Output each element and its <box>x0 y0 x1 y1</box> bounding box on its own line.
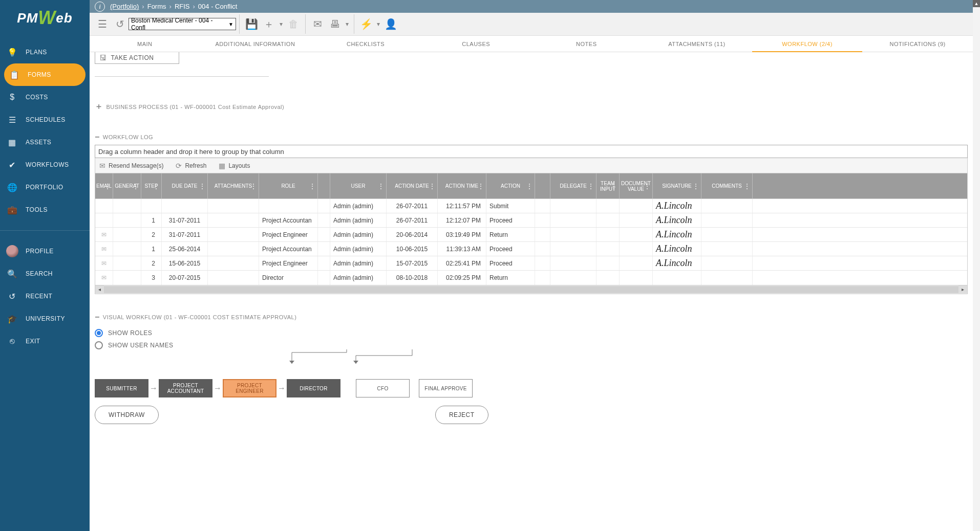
breadcrumb-rfis[interactable]: RFIS <box>175 3 190 10</box>
wf-submitter[interactable]: SUBMITTER <box>95 379 148 397</box>
sidebar: PMWeb 💡PLANS📋FORMS$COSTS☰SCHEDULES▦ASSET… <box>0 0 90 531</box>
page-scrollbar[interactable] <box>973 0 980 531</box>
visual-workflow-header[interactable]: −VISUAL WORKFLOW (01 - WF-C00001 COST ES… <box>95 313 968 322</box>
breadcrumb-root[interactable]: (Portfolio) <box>110 3 139 10</box>
table-row[interactable]: ✉215-06-2015Project EngineerAdmin (admin… <box>95 256 967 271</box>
bolt-icon[interactable]: ⚡ <box>357 15 375 33</box>
take-action-button[interactable]: 🖫 TAKE ACTION <box>95 52 179 64</box>
col-email[interactable]: EMAIL⋮ <box>95 173 113 198</box>
resend-messages-button[interactable]: ✉Resend Message(s) <box>99 162 163 170</box>
record-tabs: MAINADDITIONAL INFORMATIONCHECKLISTSCLAU… <box>90 36 973 52</box>
sidebar-item-university[interactable]: 🎓UNIVERSITY <box>0 307 90 330</box>
workflow-log-header[interactable]: −WORKFLOW LOG <box>95 132 968 142</box>
sidebar-item-profile[interactable]: PROFILE <box>0 240 90 262</box>
add-icon[interactable]: ＋ <box>260 15 278 33</box>
col-team-input[interactable]: TEAM INPUT⋮ <box>596 173 620 198</box>
reject-button[interactable]: REJECT <box>435 406 488 424</box>
table-row[interactable]: ✉320-07-2015DirectorAdmin (admin)08-10-2… <box>95 271 967 285</box>
scroll-up-icon[interactable]: ▲ <box>973 0 980 7</box>
wf-final-approve[interactable]: FINAL APPROVE <box>419 379 473 397</box>
sidebar-item-forms[interactable]: 📋FORMS <box>4 63 86 86</box>
plans-icon: 💡 <box>6 46 18 58</box>
col-attachments[interactable]: ATTACHMENTS⋮ <box>208 173 259 198</box>
col-action[interactable]: ACTION⋮ <box>486 173 535 198</box>
save-small-icon: 🖫 <box>99 54 107 62</box>
scroll-right-icon[interactable]: ▸ <box>958 285 967 293</box>
workflow-diagram: SUBMITTER → PROJECT ACCOUNTANT → PROJECT… <box>95 379 968 397</box>
refresh-button[interactable]: ⟳Refresh <box>176 162 206 170</box>
tab-attachments-11-[interactable]: ATTACHMENTS (11) <box>642 36 752 52</box>
sidebar-item-tools[interactable]: 💼TOOLS <box>0 198 90 221</box>
col-generated[interactable]: GENERAT⋮ <box>113 173 141 198</box>
list-icon[interactable]: ☰ <box>94 15 111 33</box>
wf-project-accountant[interactable]: PROJECT ACCOUNTANT <box>159 379 212 397</box>
nav-secondary: PROFILE🔍SEARCH↺RECENT🎓UNIVERSITY⎋EXIT <box>0 235 90 358</box>
schedules-icon: ☰ <box>6 114 18 126</box>
sidebar-item-portfolio[interactable]: 🌐PORTFOLIO <box>0 176 90 198</box>
sidebar-item-exit[interactable]: ⎋EXIT <box>0 330 90 352</box>
workflows-icon: ✔ <box>6 159 18 171</box>
toolbar: ☰ ↺ Boston Medical Center - 004 - Confl▼… <box>90 13 973 36</box>
sidebar-item-search[interactable]: 🔍SEARCH <box>0 262 90 285</box>
info-icon[interactable]: i <box>95 2 105 12</box>
tab-clauses[interactable]: CLAUSES <box>421 36 531 52</box>
email-icon[interactable]: ✉ <box>309 15 326 33</box>
col-action-date[interactable]: ACTION DATE⋮ <box>387 173 438 198</box>
col-action-time[interactable]: ACTION TIME⋮ <box>438 173 486 198</box>
col-comments[interactable]: COMMENTS⋮ <box>701 173 753 198</box>
add-dropdown-icon[interactable]: ▾ <box>278 15 285 33</box>
col-role[interactable]: ROLE⋮ <box>259 173 318 198</box>
sidebar-item-assets[interactable]: ▦ASSETS <box>0 131 90 153</box>
history-icon[interactable]: ↺ <box>111 15 129 33</box>
business-process-header[interactable]: ＋BUSINESS PROCESS (01 - WF-000001 Cost E… <box>95 101 968 112</box>
print-dropdown-icon[interactable]: ▾ <box>344 15 351 33</box>
tab-checklists[interactable]: CHECKLISTS <box>310 36 421 52</box>
breadcrumb-bar: i (Portfolio) › Forms › RFIS › 004 - Con… <box>90 0 973 13</box>
group-by-bar[interactable]: Drag a column header and drop it here to… <box>95 145 968 158</box>
grid-toolbar: ✉Resend Message(s) ⟳Refresh ▦Layouts <box>95 158 968 173</box>
save-icon[interactable]: 💾 <box>243 15 260 33</box>
wf-project-engineer[interactable]: PROJECT ENGINEER <box>223 379 276 397</box>
sidebar-item-recent[interactable]: ↺RECENT <box>0 285 90 307</box>
tab-additional-information[interactable]: ADDITIONAL INFORMATION <box>200 36 311 52</box>
print-icon[interactable]: 🖶 <box>326 15 344 33</box>
col-step[interactable]: STEP⋮ <box>141 173 162 198</box>
bolt-dropdown-icon[interactable]: ▾ <box>375 15 382 33</box>
col-user[interactable]: USER⋮ <box>330 173 387 198</box>
radio-show-users[interactable]: SHOW USER NAMES <box>95 341 968 349</box>
project-selector[interactable]: Boston Medical Center - 004 - Confl▼ <box>129 18 236 30</box>
col-signature[interactable]: SIGNATURE⋮ <box>653 173 701 198</box>
layouts-button[interactable]: ▦Layouts <box>219 162 250 170</box>
sidebar-item-schedules[interactable]: ☰SCHEDULES <box>0 108 90 131</box>
withdraw-button[interactable]: WITHDRAW <box>95 406 159 424</box>
tab-main[interactable]: MAIN <box>90 36 200 52</box>
delete-icon[interactable]: 🗑 <box>285 15 302 33</box>
costs-icon: $ <box>6 91 18 103</box>
user-icon[interactable]: 👤 <box>382 15 399 33</box>
table-row[interactable]: 131-07-2011Project AccountanAdmin (admin… <box>95 213 967 228</box>
table-row[interactable]: ✉231-07-2011Project EngineerAdmin (admin… <box>95 228 967 242</box>
tools-icon: 💼 <box>6 204 18 216</box>
wf-cfo[interactable]: CFO <box>356 379 410 397</box>
arrow-icon: → <box>276 384 287 393</box>
tab-workflow-2-4-[interactable]: WORKFLOW (2/4) <box>752 36 863 52</box>
scroll-thumb[interactable] <box>104 286 958 293</box>
sidebar-item-workflows[interactable]: ✔WORKFLOWS <box>0 153 90 176</box>
breadcrumb-forms[interactable]: Forms <box>147 3 166 10</box>
col-delegate[interactable]: DELEGATE⋮ <box>550 173 596 198</box>
col-doc-value[interactable]: DOCUMENT VALUE⋮ <box>620 173 653 198</box>
wf-return-connectors <box>269 349 968 364</box>
col-due-date[interactable]: DUE DATE⋮ <box>162 173 208 198</box>
table-row[interactable]: Admin (admin)26-07-201112:11:57 PMSubmit… <box>95 199 967 213</box>
wf-director[interactable]: DIRECTOR <box>287 379 340 397</box>
tab-notes[interactable]: NOTES <box>531 36 642 52</box>
sidebar-item-plans[interactable]: 💡PLANS <box>0 41 90 63</box>
arrow-icon: → <box>212 384 223 393</box>
grid-hscroll[interactable]: ◂ ▸ <box>95 285 968 294</box>
scroll-left-icon[interactable]: ◂ <box>95 285 104 293</box>
table-row[interactable]: ✉125-06-2014Project AccountanAdmin (admi… <box>95 242 967 256</box>
search-icon: 🔍 <box>6 268 18 280</box>
tab-notifications-9-[interactable]: NOTIFICATIONS (9) <box>862 36 973 52</box>
sidebar-item-costs[interactable]: $COSTS <box>0 86 90 108</box>
radio-show-roles[interactable]: SHOW ROLES <box>95 329 968 337</box>
